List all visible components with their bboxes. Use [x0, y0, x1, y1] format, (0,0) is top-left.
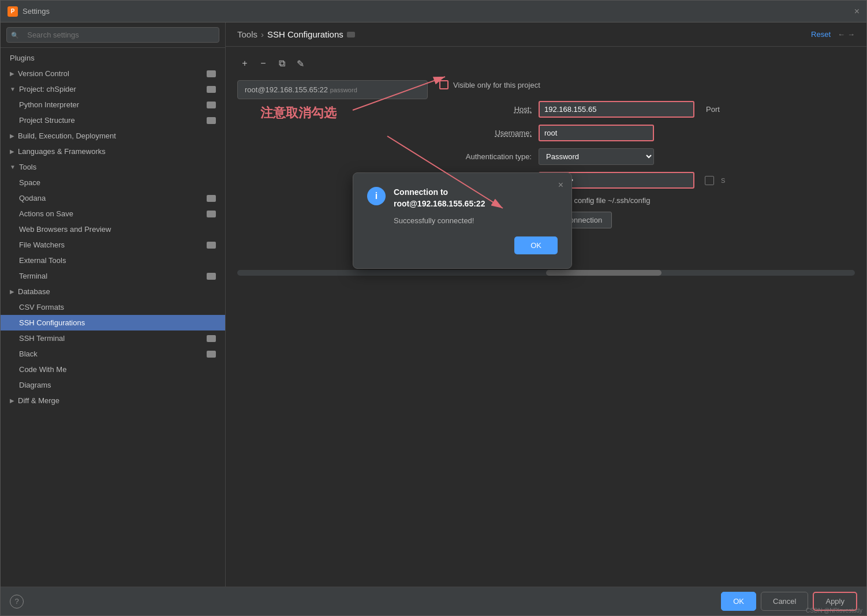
sidebar-icon-ssh-configurations — [207, 320, 216, 326]
sidebar-item-black[interactable]: Black — [1, 346, 225, 362]
sidebar-arrow-version-control: ▶ — [10, 70, 14, 77]
dialog-title: Connection toroot@192.168.155.65:22 — [394, 187, 485, 209]
sidebar-arrow-build-exec-deploy: ▶ — [10, 133, 14, 139]
sidebar-icon-project-structure — [207, 117, 216, 124]
sidebar-label-space: Space — [19, 178, 40, 187]
sidebar-item-diff-merge[interactable]: ▶Diff & Merge — [1, 393, 225, 408]
sidebar-icon-python-interpreter — [207, 102, 216, 108]
sidebar-item-code-with-me[interactable]: Code With Me — [1, 362, 225, 377]
dialog-message: Successfully connected! — [394, 216, 558, 225]
username-input[interactable] — [539, 125, 654, 141]
sidebar-label-qodana: Qodana — [19, 194, 46, 202]
visible-label: Visible only for this project — [453, 81, 540, 89]
sidebar-label-external-tools: External Tools — [19, 256, 66, 265]
dialog-footer: OK — [367, 236, 558, 254]
window-title: Settings — [23, 7, 854, 16]
sidebar-item-qodana[interactable]: Qodana — [1, 190, 225, 206]
breadcrumb-parent: Tools — [237, 29, 257, 39]
meters-label: neters — [539, 238, 855, 246]
ssh-list-item[interactable]: root@192.168.155.65:22 password — [237, 80, 428, 99]
sidebar-icon-project-chspider — [207, 86, 216, 93]
sidebar-label-ssh-terminal: SSH Terminal — [19, 334, 65, 343]
sidebar-item-file-watchers[interactable]: File Watchers — [1, 237, 225, 253]
forward-arrow[interactable]: → — [847, 30, 855, 39]
sidebar-item-project-structure[interactable]: Project Structure — [1, 112, 225, 128]
sidebar-item-tools[interactable]: ▼Tools — [1, 159, 225, 175]
visible-checkbox[interactable] — [439, 80, 449, 89]
sidebar-icon-actions-on-save — [207, 211, 216, 217]
content-area: Tools › SSH Configurations Reset ← → + — [226, 22, 866, 587]
nav-arrows: ← → — [838, 30, 855, 39]
sidebar-item-actions-on-save[interactable]: Actions on Save — [1, 206, 225, 221]
search-input[interactable] — [6, 27, 219, 43]
edit-button[interactable]: ✎ — [293, 56, 308, 71]
sidebar-item-python-interpreter[interactable]: Python Interpreter — [1, 97, 225, 112]
apply-button[interactable]: Apply — [813, 592, 857, 611]
bottom-actions: OK Cancel Apply — [721, 592, 857, 611]
auth-select[interactable]: Password — [539, 148, 654, 165]
reset-button[interactable]: Reset — [811, 30, 831, 39]
sidebar-item-web-browsers[interactable]: Web Browsers and Preview — [1, 221, 225, 237]
ok-button[interactable]: OK — [721, 592, 756, 611]
sidebar-item-ssh-configurations[interactable]: SSH Configurations — [1, 315, 225, 330]
save-password-checkbox[interactable] — [705, 176, 714, 185]
sidebar-icon-black — [207, 351, 216, 358]
sidebar-arrow-tools: ▼ — [10, 164, 16, 170]
username-label: Username: — [439, 129, 532, 137]
cancel-button[interactable]: Cancel — [761, 592, 808, 611]
sidebar-label-diff-merge: Diff & Merge — [18, 396, 59, 405]
sidebar-item-ssh-terminal[interactable]: SSH Terminal — [1, 330, 225, 346]
close-button[interactable]: × — [854, 6, 859, 17]
port-label: Port — [706, 105, 720, 114]
sidebar-item-build-exec-deploy[interactable]: ▶Build, Execution, Deployment — [1, 128, 225, 144]
app-icon: P — [8, 6, 18, 17]
sidebar-label-diagrams: Diagrams — [19, 381, 51, 389]
sidebar-label-code-with-me: Code With Me — [19, 365, 66, 374]
sidebar-item-database[interactable]: ▶Database — [1, 284, 225, 299]
sidebar-item-diagrams[interactable]: Diagrams — [1, 377, 225, 393]
sidebar-item-csv-formats[interactable]: CSV Formats — [1, 299, 225, 315]
sidebar-item-plugins[interactable]: Plugins — [1, 50, 225, 66]
sidebar-label-tools: Tools — [19, 163, 36, 171]
scrollbar-thumb[interactable] — [546, 270, 662, 276]
help-button[interactable]: ? — [10, 595, 24, 609]
sidebar-item-project-chspider[interactable]: ▼Project: chSpider — [1, 81, 225, 97]
parse-config-row: Parse config file ~/.ssh/config — [539, 196, 855, 205]
sidebar-item-external-tools[interactable]: External Tools — [1, 253, 225, 268]
sidebar-label-languages-frameworks: Languages & Frameworks — [18, 147, 106, 156]
sidebar-label-ssh-configurations: SSH Configurations — [19, 318, 85, 327]
sidebar-item-space[interactable]: Space — [1, 175, 225, 190]
sidebar-arrow-languages-frameworks: ▶ — [10, 148, 14, 155]
back-arrow[interactable]: ← — [838, 30, 845, 39]
save-password-label: S — [721, 177, 725, 184]
add-button[interactable]: + — [237, 56, 252, 71]
dialog-ok-button[interactable]: OK — [514, 236, 558, 254]
visible-checkbox-row: Visible only for this project — [439, 80, 855, 89]
breadcrumb-current: SSH Configurations — [267, 29, 343, 39]
sidebar-label-terminal: Terminal — [19, 272, 47, 280]
connection-dialog: × i Connection toroot@192.168.155.65:22 … — [353, 172, 572, 269]
sidebar-label-actions-on-save: Actions on Save — [19, 209, 73, 218]
sidebar-label-plugins: Plugins — [10, 54, 35, 62]
sidebar-icon-terminal — [207, 273, 216, 280]
sidebar-label-build-exec-deploy: Build, Execution, Deployment — [18, 132, 116, 140]
content-body: + − ⧉ ✎ root@192.168.155.65:22 password — [226, 47, 866, 587]
username-row: Username: — [439, 125, 855, 141]
host-input[interactable] — [539, 101, 694, 118]
dialog-close-button[interactable]: × — [558, 180, 563, 190]
breadcrumb-separator: › — [261, 29, 264, 39]
dialog-info-icon: i — [367, 187, 386, 205]
sidebar-arrow-database: ▶ — [10, 288, 14, 295]
search-bar — [1, 22, 225, 48]
sidebar-item-terminal[interactable]: Terminal — [1, 268, 225, 284]
dialog-header: i Connection toroot@192.168.155.65:22 — [367, 187, 558, 209]
sidebar-item-version-control[interactable]: ▶Version Control — [1, 66, 225, 81]
copy-button[interactable]: ⧉ — [274, 56, 289, 71]
breadcrumb-icon — [347, 32, 355, 37]
remove-button[interactable]: − — [256, 56, 271, 71]
main-content: Plugins▶Version Control▼Project: chSpide… — [1, 22, 866, 587]
xy-label: xy — [539, 250, 855, 258]
sidebar-icon-file-watchers — [207, 242, 216, 249]
scrollbar[interactable] — [237, 270, 855, 276]
sidebar-item-languages-frameworks[interactable]: ▶Languages & Frameworks — [1, 144, 225, 159]
